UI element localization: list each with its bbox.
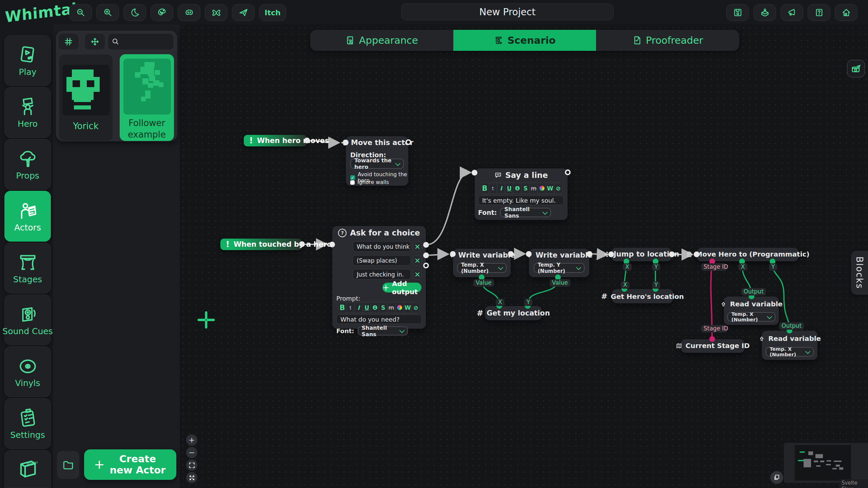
choice-output-handle-1[interactable] <box>423 242 429 248</box>
export-image-button[interactable] <box>847 60 865 78</box>
wavy-w-button[interactable]: W <box>546 183 554 194</box>
import-button[interactable] <box>753 4 776 21</box>
font-dropdown[interactable]: Shantell Sans <box>500 208 551 217</box>
sidebar-item-play[interactable]: Play <box>4 35 51 86</box>
node-read-variable-1[interactable]: Read variable Temp. X (Number) <box>724 297 779 325</box>
trigger-when-hero-moves[interactable]: ! When hero moves <box>244 135 307 146</box>
input-handle[interactable] <box>526 251 532 257</box>
italic-button[interactable]: I <box>497 183 505 194</box>
variable-dropdown[interactable]: Temp. X (Number) <box>457 263 507 273</box>
zoom-out-canvas-button[interactable]: − <box>186 447 197 458</box>
strike-o-button[interactable]: Ɵ <box>371 302 379 313</box>
actor-folder-button[interactable] <box>57 451 79 479</box>
save-button[interactable] <box>726 4 749 21</box>
node-move-hero-programmatic[interactable]: Move Hero to (Programmatic) <box>697 248 798 261</box>
wavy-w-button[interactable]: W <box>404 302 412 313</box>
create-new-actor-button[interactable]: + Create new Actor <box>84 449 176 480</box>
choice-input-3[interactable]: Just checking in. <box>353 269 411 280</box>
trigger-when-touched-by-hero[interactable]: ! When touched by a hero <box>220 239 302 250</box>
strike-o-button[interactable]: Ɵ <box>513 183 521 194</box>
zoom-out-button[interactable] <box>69 4 92 21</box>
project-title[interactable]: New Project <box>401 3 614 20</box>
zoom-in-button[interactable] <box>96 4 119 21</box>
minimap[interactable] <box>784 443 868 483</box>
strikethrough-button[interactable]: m <box>388 302 396 313</box>
prompt-input[interactable]: What do you need? <box>336 314 422 324</box>
tab-proofreader[interactable]: Proofreader <box>596 30 739 51</box>
node-say-a-line[interactable]: Say a line B t I U Ɵ S m W ⊘ It's empty.… <box>475 168 568 220</box>
discord-button[interactable] <box>178 4 200 21</box>
output-handle[interactable] <box>406 139 411 145</box>
wave-button[interactable]: S <box>521 183 530 194</box>
node-get-heros-location[interactable]: # Get Hero's location <box>612 289 673 303</box>
sidebar-item-settings[interactable]: Settings <box>4 398 51 449</box>
add-output-button[interactable]: + Add output <box>382 283 421 292</box>
sidebar-item-whimsy[interactable]: Whimsy <box>4 450 51 488</box>
tab-scenario[interactable]: Scenario <box>453 30 596 51</box>
node-get-my-location[interactable]: # Get my location <box>485 306 542 320</box>
node-current-stage-id[interactable]: Current Stage ID <box>681 339 745 353</box>
output-handle[interactable] <box>669 251 675 257</box>
theme-palette-button[interactable] <box>151 4 173 21</box>
small-text-button[interactable]: t <box>489 183 497 194</box>
wave-button[interactable]: S <box>379 302 387 313</box>
grid-view-button[interactable] <box>58 33 79 50</box>
variable-dropdown[interactable]: Temp. X (Number) <box>727 312 775 322</box>
expand-button[interactable] <box>186 472 197 483</box>
fit-view-button[interactable] <box>186 460 197 471</box>
night-mode-button[interactable] <box>123 4 146 21</box>
delete-choice-button[interactable] <box>413 269 421 280</box>
choice-input-1[interactable]: What do you think about <box>353 241 411 252</box>
node-jump-to-location[interactable]: Jump to location <box>611 248 672 261</box>
home-button[interactable] <box>835 4 857 21</box>
variable-dropdown[interactable]: Temp. Y (Number) <box>534 263 585 273</box>
delete-choice-button[interactable] <box>413 241 421 252</box>
direction-dropdown[interactable]: Towards the hero <box>350 159 404 169</box>
ignore-walls-checkbox-row[interactable]: Ignore walls <box>350 179 389 185</box>
node-write-variable-y[interactable]: Write variable Temp. Y (Number) <box>529 249 589 277</box>
output-handle[interactable] <box>299 241 305 247</box>
choice-input-2[interactable]: (Swap places) <box>353 255 411 266</box>
input-handle[interactable] <box>694 251 699 257</box>
svelte-flow-attribution[interactable]: Svelte Flow <box>839 479 868 488</box>
stage-id-output-handle[interactable] <box>709 336 715 342</box>
output-handle[interactable] <box>304 138 310 143</box>
move-mode-button[interactable] <box>84 33 105 50</box>
node-move-this-actor[interactable]: Move this actor Direction: Towards the h… <box>346 136 408 186</box>
butterfly-button[interactable] <box>205 4 228 21</box>
blocks-panel-tab[interactable]: Blocks <box>851 251 868 295</box>
small-text-button[interactable]: t <box>347 302 355 313</box>
sidebar-item-actors[interactable]: Actors <box>4 191 51 242</box>
clear-format-button[interactable]: ⊘ <box>412 302 420 313</box>
input-handle[interactable] <box>608 251 614 257</box>
node-read-variable-2[interactable]: Read variable Temp. X (Number) <box>762 331 817 360</box>
share-button[interactable] <box>232 4 255 21</box>
sidebar-item-vinyls[interactable]: Vinyls <box>4 346 51 397</box>
help-button[interactable] <box>808 4 830 21</box>
minimap-toggle-button[interactable] <box>770 471 783 484</box>
input-handle[interactable] <box>472 170 477 176</box>
sidebar-item-stages[interactable]: Stages <box>4 243 51 293</box>
font-dropdown[interactable]: Shantell Sans <box>358 326 408 336</box>
input-handle[interactable] <box>329 242 335 247</box>
bold-button[interactable]: B <box>481 183 489 194</box>
output-handle[interactable] <box>508 251 514 257</box>
input-handle[interactable] <box>450 251 456 257</box>
input-handle[interactable] <box>343 140 349 145</box>
announcements-button[interactable] <box>781 4 803 21</box>
itch-button[interactable]: Itch <box>259 4 286 21</box>
rainbow-color-button[interactable] <box>396 302 404 313</box>
node-ask-for-a-choice[interactable]: ? Ask for a choice What do you think abo… <box>332 226 426 329</box>
underline-button[interactable]: U <box>505 183 513 194</box>
node-write-variable-x[interactable]: Write variable Temp. X (Number) <box>453 249 511 277</box>
choice-output-handle-2[interactable] <box>423 252 429 258</box>
rainbow-color-button[interactable] <box>538 183 546 194</box>
actor-card-follower-example[interactable]: Follower example <box>120 54 174 141</box>
clear-format-button[interactable]: ⊘ <box>554 183 562 194</box>
sidebar-item-hero[interactable]: Hero <box>4 87 51 138</box>
sidebar-item-props[interactable]: Props <box>4 139 51 190</box>
zoom-in-canvas-button[interactable]: + <box>186 434 197 446</box>
output-handle[interactable] <box>565 169 571 175</box>
output-handle[interactable] <box>587 251 592 257</box>
checkbox-unchecked-icon[interactable] <box>350 180 355 185</box>
